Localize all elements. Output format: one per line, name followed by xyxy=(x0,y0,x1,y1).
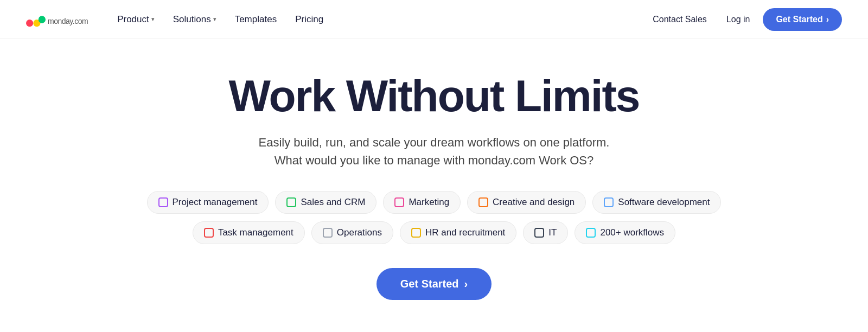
chip-checkbox-icon xyxy=(204,228,214,238)
get-started-nav-button[interactable]: Get Started › xyxy=(763,8,842,31)
nav-templates[interactable]: Templates xyxy=(227,10,284,29)
logo-icon xyxy=(26,12,46,27)
get-started-hero-button[interactable]: Get Started › xyxy=(376,268,492,300)
chevron-down-icon: ▾ xyxy=(213,16,216,23)
workflow-chip[interactable]: HR and recruitment xyxy=(400,221,516,244)
chevron-right-icon: › xyxy=(464,278,468,290)
workflow-chip[interactable]: IT xyxy=(523,221,568,244)
hero-subtitle: Easily build, run, and scale your dream … xyxy=(259,133,610,169)
chips-row-2: Task managementOperationsHR and recruitm… xyxy=(193,221,675,244)
logo[interactable]: monday.com xyxy=(26,11,88,28)
chip-label: Sales and CRM xyxy=(301,197,365,208)
chevron-right-icon: › xyxy=(826,15,829,24)
contact-sales-link[interactable]: Contact Sales xyxy=(646,10,713,29)
nav-pricing[interactable]: Pricing xyxy=(288,10,331,29)
nav-solutions[interactable]: Solutions ▾ xyxy=(165,10,224,29)
workflow-chip[interactable]: Marketing xyxy=(383,191,461,214)
login-link[interactable]: Log in xyxy=(720,10,757,29)
chip-checkbox-icon xyxy=(286,197,296,207)
hero-title: Work Without Limits xyxy=(229,72,640,120)
chip-label: Marketing xyxy=(409,197,449,208)
chip-label: Creative and design xyxy=(493,197,575,208)
svg-point-0 xyxy=(26,20,33,27)
chip-label: Operations xyxy=(337,227,382,238)
chip-checkbox-icon xyxy=(478,197,488,207)
chip-label: Software development xyxy=(618,197,710,208)
chip-checkbox-icon xyxy=(411,228,421,238)
chip-checkbox-icon xyxy=(158,197,168,207)
chips-container: Project managementSales and CRMMarketing… xyxy=(147,191,722,244)
nav-right: Contact Sales Log in Get Started › xyxy=(646,8,842,31)
navbar: monday.com Product ▾ Solutions ▾ Templat… xyxy=(0,0,868,39)
workflow-chip[interactable]: Creative and design xyxy=(467,191,586,214)
hero-section: Work Without Limits Easily build, run, a… xyxy=(0,39,868,322)
chip-checkbox-icon xyxy=(534,228,544,238)
workflow-chip[interactable]: Task management xyxy=(193,221,305,244)
svg-point-2 xyxy=(39,16,46,23)
chip-checkbox-icon xyxy=(323,228,333,238)
chevron-down-icon: ▾ xyxy=(151,16,155,23)
chip-checkbox-icon xyxy=(604,197,614,207)
chips-row-1: Project managementSales and CRMMarketing… xyxy=(147,191,722,214)
workflow-chip[interactable]: Software development xyxy=(592,191,721,214)
nav-links: Product ▾ Solutions ▾ Templates Pricing xyxy=(110,10,646,29)
logo-wordmark: monday.com xyxy=(48,11,88,28)
workflow-chip[interactable]: Sales and CRM xyxy=(275,191,376,214)
chip-label: Task management xyxy=(218,227,293,238)
chip-label: 200+ workflows xyxy=(600,227,664,238)
workflow-chip[interactable]: Operations xyxy=(311,221,393,244)
chip-label: HR and recruitment xyxy=(425,227,505,238)
chip-checkbox-icon xyxy=(394,197,404,207)
chip-checkbox-icon xyxy=(586,228,596,238)
workflow-chip[interactable]: Project management xyxy=(147,191,269,214)
chip-label: IT xyxy=(548,227,557,238)
chip-label: Project management xyxy=(173,197,258,208)
workflow-chip[interactable]: 200+ workflows xyxy=(575,221,675,244)
nav-product[interactable]: Product ▾ xyxy=(110,10,162,29)
